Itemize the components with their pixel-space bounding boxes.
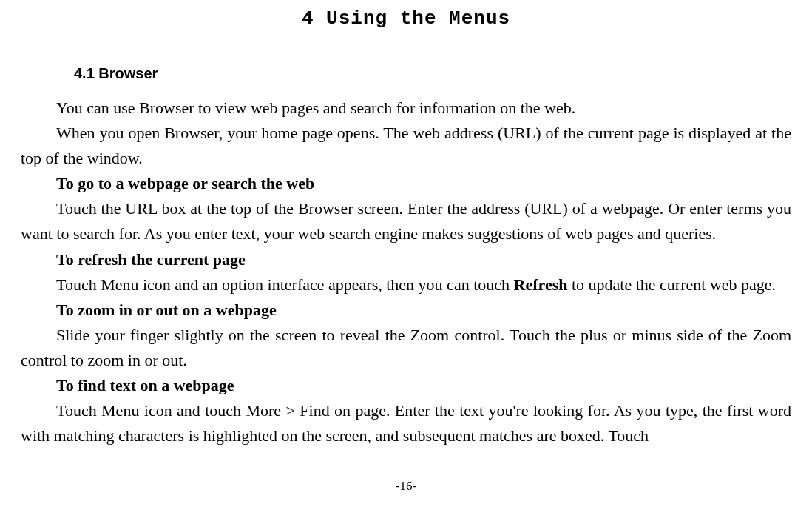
- chapter-title: 4 Using the Menus: [21, 7, 791, 30]
- paragraph-goto-webpage: Touch the URL box at the top of the Brow…: [21, 196, 791, 246]
- subheading-refresh: To refresh the current page: [21, 247, 791, 272]
- paragraph-refresh: Touch Menu icon and an option interface …: [21, 272, 791, 298]
- page-number: -16-: [0, 479, 812, 494]
- document-page: 4 Using the Menus 4.1 Browser You can us…: [0, 0, 812, 449]
- section-title: 4.1 Browser: [74, 65, 791, 82]
- paragraph-find-text: Touch Menu icon and touch More > Find on…: [21, 398, 791, 449]
- subheading-zoom: To zoom in or out on a webpage: [21, 298, 791, 323]
- paragraph-zoom: Slide your finger slightly on the screen…: [21, 323, 791, 373]
- subheading-find-text: To find text on a webpage: [21, 373, 791, 398]
- paragraph-refresh-bold: Refresh: [514, 275, 568, 294]
- subheading-goto-webpage: To go to a webpage or search the web: [21, 171, 791, 196]
- paragraph-intro-2: When you open Browser, your home page op…: [21, 121, 791, 171]
- paragraph-refresh-after: to update the current web page.: [567, 275, 776, 294]
- paragraph-refresh-before: Touch Menu icon and an option interface …: [56, 275, 514, 294]
- paragraph-intro-1: You can use Browser to view web pages an…: [21, 95, 791, 121]
- body-content: You can use Browser to view web pages an…: [21, 95, 791, 449]
